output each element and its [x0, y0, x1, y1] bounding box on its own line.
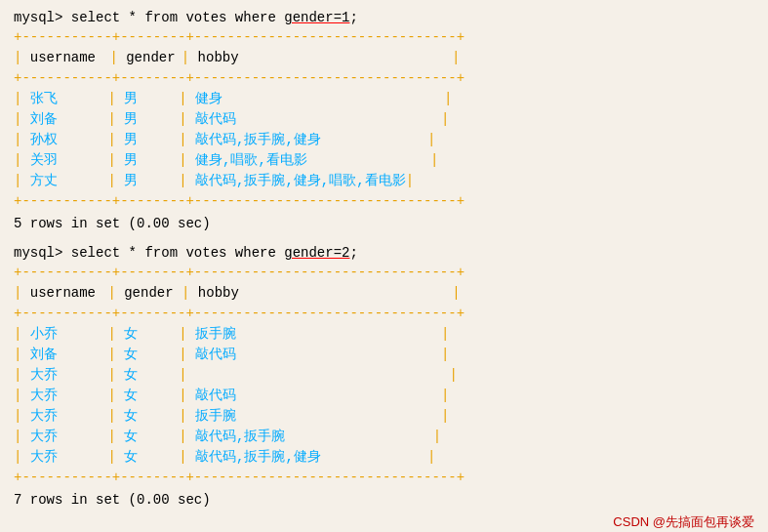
query2-border-mid: +-----------+--------+------------------…: [14, 304, 754, 324]
query2-result: 7 rows in set (0.00 sec): [14, 492, 754, 508]
query1-border-bot: +-----------+--------+------------------…: [14, 191, 754, 212]
table-row: | 张飞 | 男 | 健身 |: [14, 89, 754, 109]
query1-border-top: +-----------+--------+------------------…: [14, 27, 754, 48]
table-row: | 大乔 | 女 | 敲代码,扳手腕 |: [14, 427, 754, 447]
table-row: | 方丈 | 男 | 敲代码,扳手腕,健身,唱歌,看电影|: [14, 171, 754, 191]
table-row: | 刘备 | 男 | 敲代码 |: [14, 109, 754, 130]
query1-cmd: mysql> select * from votes where gender=…: [14, 10, 754, 25]
table-row: | 关羽 | 男 | 健身,唱歌,看电影 |: [14, 150, 754, 171]
csdn-watermark: CSDN @先搞面包再谈爱: [14, 513, 754, 531]
table-row: | 小乔 | 女 | 扳手腕 |: [14, 324, 754, 345]
query1-header: | username | gender | hobby |: [14, 48, 754, 68]
table-row: | 大乔 | 女 | 敲代码,扳手腕,健身 |: [14, 447, 754, 468]
query2-border-bot: +-----------+--------+------------------…: [14, 468, 754, 488]
table-row: | 孙权 | 男 | 敲代码,扳手腕,健身 |: [14, 130, 754, 150]
table-row: | 刘备 | 女 | 敲代码 |: [14, 345, 754, 365]
table-row: | 大乔 | 女 | 敲代码 |: [14, 386, 754, 406]
query2-section: mysql> select * from votes where gender=…: [14, 245, 754, 508]
table-row: | 大乔 | 女 | 扳手腕 |: [14, 406, 754, 427]
query1-result: 5 rows in set (0.00 sec): [14, 216, 754, 231]
query2-border-top: +-----------+--------+------------------…: [14, 263, 754, 283]
query1-section: mysql> select * from votes where gender=…: [14, 10, 754, 231]
terminal: mysql> select * from votes where gender=…: [14, 10, 754, 531]
query2-header: | username | gender | hobby |: [14, 283, 754, 304]
query1-border-mid: +-----------+--------+------------------…: [14, 68, 754, 89]
query2-cmd: mysql> select * from votes where gender=…: [14, 245, 754, 261]
table-row: | 大乔 | 女 | |: [14, 365, 754, 386]
